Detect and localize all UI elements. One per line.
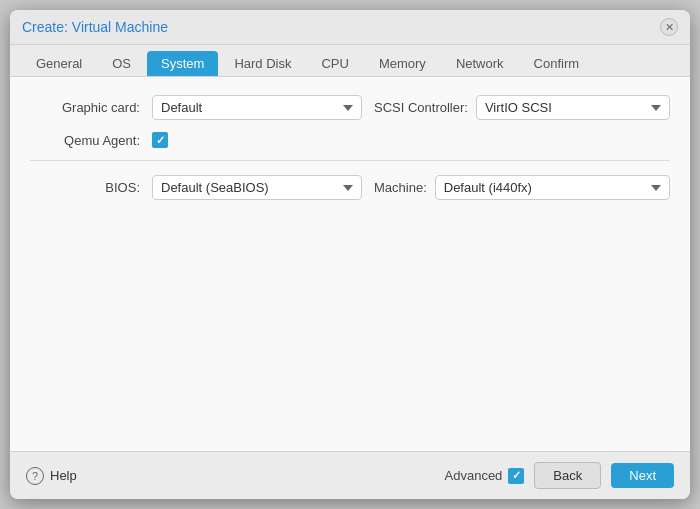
help-label: Help: [50, 468, 77, 483]
help-icon[interactable]: ?: [26, 467, 44, 485]
qemu-agent-row: Qemu Agent:: [30, 132, 670, 148]
create-vm-dialog: Create: Virtual Machine ✕ General OS Sys…: [10, 10, 690, 499]
graphic-card-select[interactable]: Default: [152, 95, 362, 120]
close-button[interactable]: ✕: [660, 18, 678, 36]
dialog-footer: ? Help Advanced Back Next: [10, 451, 690, 499]
back-button[interactable]: Back: [534, 462, 601, 489]
tab-cpu[interactable]: CPU: [307, 51, 362, 76]
qemu-agent-checkbox[interactable]: [152, 132, 168, 148]
tab-system[interactable]: System: [147, 51, 218, 76]
tab-network[interactable]: Network: [442, 51, 518, 76]
tab-os[interactable]: OS: [98, 51, 145, 76]
advanced-label: Advanced: [445, 468, 503, 483]
graphic-card-label: Graphic card:: [30, 100, 140, 115]
advanced-checkbox[interactable]: [508, 468, 524, 484]
graphic-card-control: Default: [152, 95, 362, 120]
bios-row: BIOS: Default (SeaBIOS) Machine: Default…: [30, 175, 670, 200]
machine-label: Machine:: [374, 180, 427, 195]
bios-select[interactable]: Default (SeaBIOS): [152, 175, 362, 200]
footer-actions: Advanced Back Next: [445, 462, 674, 489]
bios-control: Default (SeaBIOS): [152, 175, 362, 200]
tab-memory[interactable]: Memory: [365, 51, 440, 76]
bios-label: BIOS:: [30, 180, 140, 195]
next-button[interactable]: Next: [611, 463, 674, 488]
tab-bar: General OS System Hard Disk CPU Memory N…: [10, 45, 690, 77]
form-divider: [30, 160, 670, 161]
graphic-card-row: Graphic card: Default SCSI Controller: V…: [30, 95, 670, 120]
machine-select[interactable]: Default (i440fx): [435, 175, 670, 200]
tab-hard-disk[interactable]: Hard Disk: [220, 51, 305, 76]
scsi-controller-select[interactable]: VirtIO SCSI: [476, 95, 670, 120]
qemu-agent-checkbox-wrapper: [152, 132, 168, 148]
dialog-title: Create: Virtual Machine: [22, 19, 168, 35]
form-content: Graphic card: Default SCSI Controller: V…: [10, 77, 690, 451]
tab-general[interactable]: General: [22, 51, 96, 76]
help-section: ? Help: [26, 467, 77, 485]
title-bar: Create: Virtual Machine ✕: [10, 10, 690, 45]
scsi-controller-label: SCSI Controller:: [374, 100, 468, 115]
scsi-group: SCSI Controller: VirtIO SCSI: [374, 95, 670, 120]
advanced-wrapper: Advanced: [445, 468, 525, 484]
machine-group: Machine: Default (i440fx): [374, 175, 670, 200]
qemu-agent-label: Qemu Agent:: [30, 133, 140, 148]
tab-confirm[interactable]: Confirm: [520, 51, 594, 76]
